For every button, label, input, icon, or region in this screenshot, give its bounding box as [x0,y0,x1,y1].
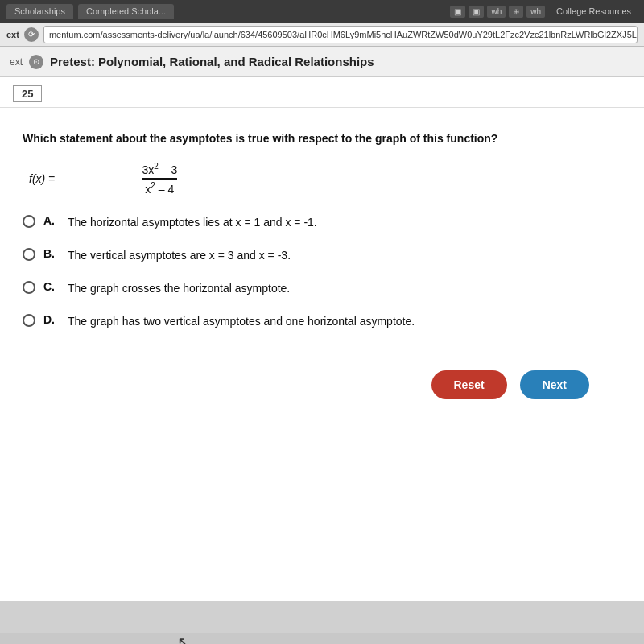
browser-tab-scholarships[interactable]: Scholarships [6,4,73,19]
cursor-indicator: ↖ [177,633,644,644]
browser-chrome: Scholarships Completed Schola... ▣ ▣ wh … [0,0,644,23]
question-number-badge: 25 [13,85,42,102]
choice-c[interactable]: C. The graph crosses the horizontal asym… [23,280,621,297]
browser-icon-wh[interactable]: wh [487,6,506,18]
equals-dashes: – – – – – – [61,172,132,185]
fraction-denominator: x2 – 4 [145,180,174,196]
address-url-display[interactable]: mentum.com/assessments-delivery/ua/la/la… [43,26,638,43]
page-title: Pretest: Polynomial, Rational, and Radic… [50,55,374,68]
address-back-label: ext [6,30,19,39]
reset-button[interactable]: Reset [431,370,507,399]
question-text: Which statement about the asymptotes is … [23,130,621,147]
choice-a[interactable]: A. The horizontal asymptotes lies at x =… [23,214,621,231]
fraction-numerator: 3x2 – 3 [142,162,177,180]
function-fraction: 3x2 – 3 x2 – 4 [142,162,177,195]
page-header: ext ⊙ Pretest: Polynomial, Rational, and… [0,47,644,77]
choice-a-text: The horizontal asymptotes lies at x = 1 … [68,214,317,231]
address-bar: ext ⟳ mentum.com/assessments-delivery/ua… [0,23,644,47]
browser-icon-circle[interactable]: ⊕ [509,6,523,18]
answer-choices: A. The horizontal asymptotes lies at x =… [23,214,621,330]
radio-b[interactable] [23,248,35,261]
radio-d[interactable] [23,314,35,327]
radio-c[interactable] [23,281,35,294]
footer-buttons: Reset Next [23,346,621,415]
page-header-back: ext [10,56,23,68]
browser-icon-1[interactable]: ▣ [450,6,465,18]
choice-b-label: B. [43,247,60,260]
college-resources-label: College Resources [550,5,638,18]
radio-a[interactable] [23,215,35,228]
question-number-row: 25 [0,77,644,108]
function-label: f(x) = [29,172,55,185]
browser-icon-wh2[interactable]: wh [526,6,545,18]
browser-tab-completed[interactable]: Completed Schola... [78,4,174,19]
function-display: f(x) = – – – – – – 3x2 – 3 x2 – 4 [29,162,621,195]
choice-d-text: The graph has two vertical asymptotes an… [68,313,415,330]
content-area: 25 Which statement about the asymptotes … [0,77,644,601]
browser-icon-group: ▣ ▣ wh ⊕ wh [450,6,545,18]
choice-d[interactable]: D. The graph has two vertical asymptotes… [23,313,621,330]
choice-a-label: A. [43,214,60,227]
question-body: Which statement about the asymptotes is … [0,108,644,431]
choice-b[interactable]: B. The vertical asymptotes are x = 3 and… [23,247,621,264]
choice-b-text: The vertical asymptotes are x = 3 and x … [68,247,291,264]
choice-d-label: D. [43,313,60,326]
next-button[interactable]: Next [520,370,589,399]
choice-c-label: C. [43,280,60,293]
page-header-icon[interactable]: ⊙ [29,55,43,69]
choice-c-text: The graph crosses the horizontal asympto… [68,280,290,297]
browser-icon-2[interactable]: ▣ [469,6,484,18]
bottom-area: ↖ [0,633,644,644]
address-refresh-icon[interactable]: ⟳ [24,27,39,42]
